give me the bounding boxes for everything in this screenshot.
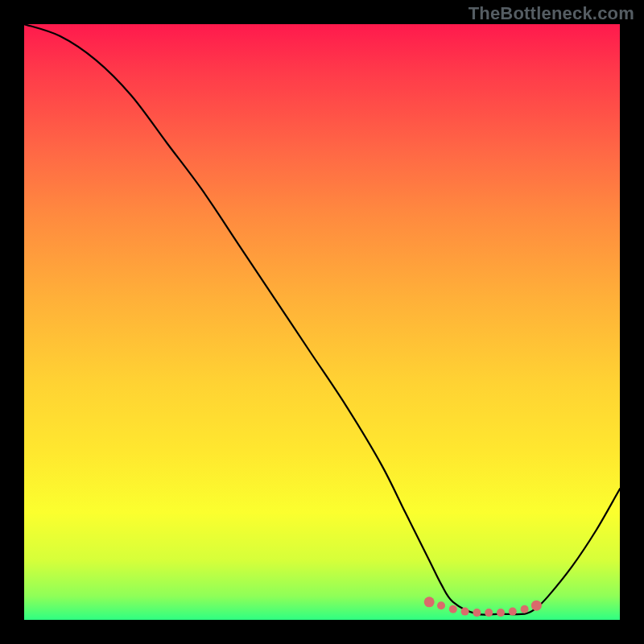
marker-dot <box>437 601 445 609</box>
marker-dot <box>485 609 493 617</box>
chart-frame: TheBottleneck.com <box>0 0 644 644</box>
marker-dot-end <box>531 601 542 611</box>
watermark-text: TheBottleneck.com <box>469 3 634 24</box>
curve-path <box>24 24 620 615</box>
marker-dot <box>521 605 529 613</box>
marker-dot <box>449 605 457 613</box>
plot-area <box>24 24 620 620</box>
marker-dot <box>461 608 469 616</box>
marker-dot <box>497 609 505 617</box>
marker-dot <box>473 609 481 617</box>
marker-dot-end <box>424 597 435 607</box>
marker-dot <box>509 608 517 616</box>
chart-svg <box>24 24 620 620</box>
